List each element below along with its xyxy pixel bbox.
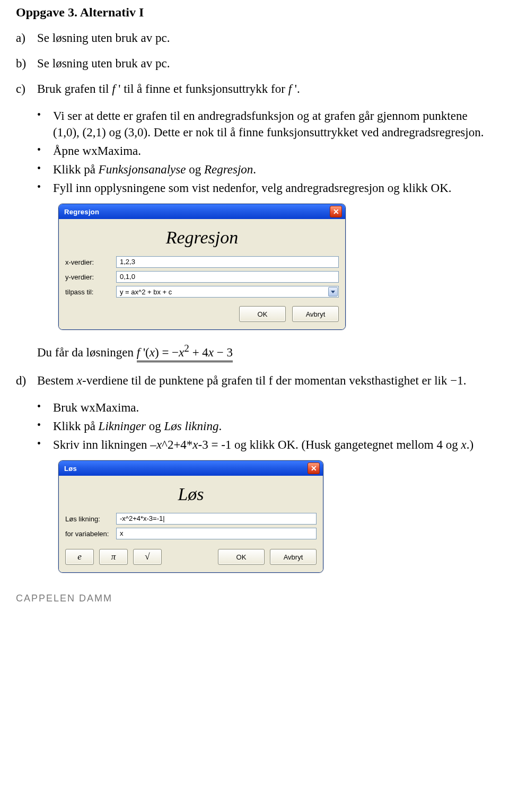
text: og xyxy=(186,163,204,176)
dialog-body: Regresjon x-verdier: 1,2,3 y-verdier: 0,… xyxy=(59,219,345,329)
bullet-item: • Klikk på Funksjonsanalyse og Regresjon… xyxy=(37,161,493,178)
label-x: x-verdier: xyxy=(65,258,116,266)
em: Regresjon xyxy=(204,163,253,176)
text: Klikk på xyxy=(53,163,99,176)
bullets-d: • Bruk wxMaxima. • Klikk på Likninger og… xyxy=(37,399,493,453)
bullet-text: Åpne wxMaxima. xyxy=(53,143,493,159)
bullet-text: Klikk på Funksjonsanalyse og Regresjon. xyxy=(53,161,493,178)
close-button[interactable]: ✕ xyxy=(308,462,320,474)
close-icon: ✕ xyxy=(333,208,339,215)
item-text: Bruk grafen til f ' til å finne et funks… xyxy=(37,82,493,96)
titlebar: Regresjon ✕ xyxy=(59,204,345,219)
input-equation[interactable]: -x^2+4*x-3=-1| xyxy=(116,513,317,525)
text: og xyxy=(146,420,164,433)
label-y: y-verdier: xyxy=(65,273,116,281)
em: x xyxy=(156,438,162,451)
bullet-text: Skriv inn likningen –x^2+4*x-3 = -1 og k… xyxy=(53,436,493,453)
bullet-icon: • xyxy=(37,108,53,141)
bullet-text: Vi ser at dette er grafen til en andregr… xyxy=(53,108,493,141)
cancel-button[interactable]: Avbryt xyxy=(292,306,339,322)
list-item-d: d) Bestem x-verdiene til de punktene på … xyxy=(16,374,493,388)
cancel-button[interactable]: Avbryt xyxy=(270,549,317,565)
text: -3 = -1 og klikk OK. (Husk gangetegnet m… xyxy=(198,438,461,451)
solution-line: Du får da løsningen f '(x) = −x2 + 4x − … xyxy=(37,342,493,362)
sqrt-button[interactable]: √ xyxy=(133,549,162,565)
item-text: Se løsning uten bruk av pc. xyxy=(37,57,493,71)
dialog-regresjon: Regresjon ✕ Regresjon x-verdier: 1,2,3 y… xyxy=(58,204,346,330)
chevron-down-icon xyxy=(331,291,335,293)
page-title: Oppgave 3. Alternativ I xyxy=(16,5,493,20)
input-variable[interactable]: x xyxy=(116,528,317,539)
page-root: Oppgave 3. Alternativ I a) Se løsning ut… xyxy=(0,0,509,625)
select-fit[interactable]: y = ax^2 + bx + c xyxy=(116,286,339,298)
dropdown-button[interactable] xyxy=(328,287,338,296)
bullet-item: • Skriv inn likningen –x^2+4*x-3 = -1 og… xyxy=(37,436,493,453)
ok-button[interactable]: OK xyxy=(218,549,265,565)
button-row: OK Avbryt xyxy=(65,306,339,322)
symbol-button-row: e π √ OK Avbryt xyxy=(65,549,317,565)
em: Løs likning xyxy=(164,420,219,433)
item-text: Bestem x-verdiene til de punktene på gra… xyxy=(37,374,493,388)
bullet-text: Klikk på Likninger og Løs likning. xyxy=(53,418,493,434)
field-row-y: y-verdier: 0,1,0 xyxy=(65,271,339,283)
bullet-icon: • xyxy=(37,143,53,159)
pi-button[interactable]: π xyxy=(99,549,128,565)
label-var: for variabelen: xyxy=(65,530,116,538)
em: Funksjonsanalyse xyxy=(99,163,186,176)
solution-pre: Du får da løsningen xyxy=(37,346,137,359)
bullet-icon: • xyxy=(37,418,53,434)
bullet-icon: • xyxy=(37,161,53,178)
em: Likninger xyxy=(99,420,146,433)
text: Klikk på xyxy=(53,420,99,433)
dialog-header: Regresjon xyxy=(65,228,339,248)
solution-equation: f '(x) = −x2 + 4x − 3 xyxy=(137,342,233,362)
bullet-item: • Åpne wxMaxima. xyxy=(37,143,493,159)
lettered-list: a) Se løsning uten bruk av pc. b) Se løs… xyxy=(16,31,493,96)
e-button[interactable]: e xyxy=(65,549,94,565)
lettered-list-d: d) Bestem x-verdiene til de punktene på … xyxy=(16,374,493,388)
bullet-icon: • xyxy=(37,180,53,196)
ok-button[interactable]: OK xyxy=(239,306,286,322)
publisher-logo: CAPPELEN DAMM xyxy=(16,593,493,604)
item-letter: c) xyxy=(16,82,37,96)
label-eqn: Løs likning: xyxy=(65,515,116,523)
input-y-values[interactable]: 0,1,0 xyxy=(116,271,339,283)
bullet-item: • Bruk wxMaxima. xyxy=(37,399,493,416)
text: .) xyxy=(467,438,473,451)
bullet-text: Fyll inn opplysningene som vist nedenfor… xyxy=(53,180,493,196)
bullet-icon: • xyxy=(37,436,53,453)
list-item-a: a) Se løsning uten bruk av pc. xyxy=(16,31,493,45)
field-row-fit: tilpass til: y = ax^2 + bx + c xyxy=(65,286,339,298)
text: . xyxy=(218,420,222,433)
em: x xyxy=(192,438,198,451)
close-icon: ✕ xyxy=(311,465,317,472)
item-letter: b) xyxy=(16,57,37,71)
label-fit: tilpass til: xyxy=(65,288,116,296)
item-letter: a) xyxy=(16,31,37,45)
item-letter: d) xyxy=(16,374,37,388)
em: x xyxy=(461,438,466,451)
text: ^2+4* xyxy=(162,438,192,451)
dialog-los: Løs ✕ Løs Løs likning: -x^2+4*x-3=-1| fo… xyxy=(58,460,323,573)
close-button[interactable]: ✕ xyxy=(330,206,342,217)
bullet-item: • Fyll inn opplysningene som vist nedenf… xyxy=(37,180,493,196)
list-item-c: c) Bruk grafen til f ' til å finne et fu… xyxy=(16,82,493,96)
field-row-var: for variabelen: x xyxy=(65,528,317,539)
bullets-c: • Vi ser at dette er grafen til en andre… xyxy=(37,108,493,196)
bullet-text: Bruk wxMaxima. xyxy=(53,399,493,416)
dialog-header: Løs xyxy=(65,484,317,504)
bullet-item: • Klikk på Likninger og Løs likning. xyxy=(37,418,493,434)
titlebar-title: Regresjon xyxy=(64,208,330,216)
item-text: Se løsning uten bruk av pc. xyxy=(37,31,493,45)
titlebar-title: Løs xyxy=(64,465,308,473)
titlebar: Løs ✕ xyxy=(59,461,323,476)
select-fit-wrap: y = ax^2 + bx + c xyxy=(116,286,339,298)
bullet-icon: • xyxy=(37,399,53,416)
bullet-item: • Vi ser at dette er grafen til en andre… xyxy=(37,108,493,141)
input-x-values[interactable]: 1,2,3 xyxy=(116,256,339,268)
list-item-b: b) Se løsning uten bruk av pc. xyxy=(16,57,493,71)
dialog-body: Løs Løs likning: -x^2+4*x-3=-1| for vari… xyxy=(59,476,323,572)
text: . xyxy=(253,163,256,176)
text: Skriv inn likningen – xyxy=(53,438,156,451)
field-row-x: x-verdier: 1,2,3 xyxy=(65,256,339,268)
